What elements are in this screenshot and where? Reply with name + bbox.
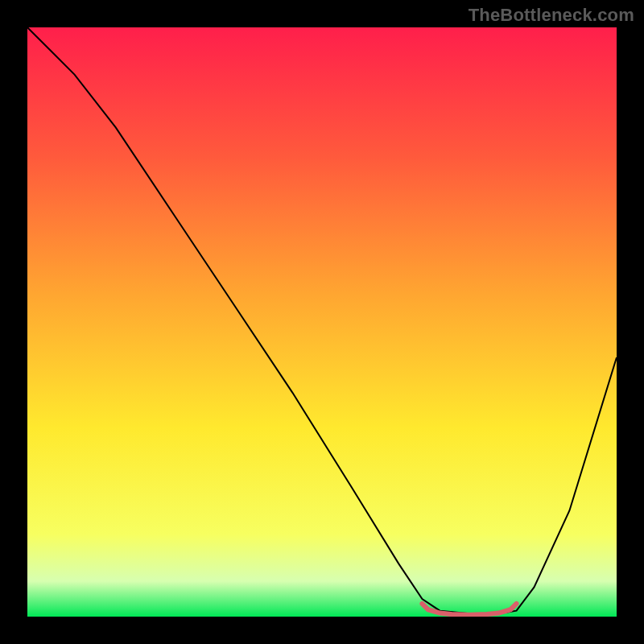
watermark-text: TheBottleneck.com (469, 5, 634, 26)
plot-area (27, 27, 617, 617)
gradient-fill (27, 27, 617, 617)
chart-svg (27, 27, 617, 617)
chart-frame: TheBottleneck.com (0, 0, 644, 644)
